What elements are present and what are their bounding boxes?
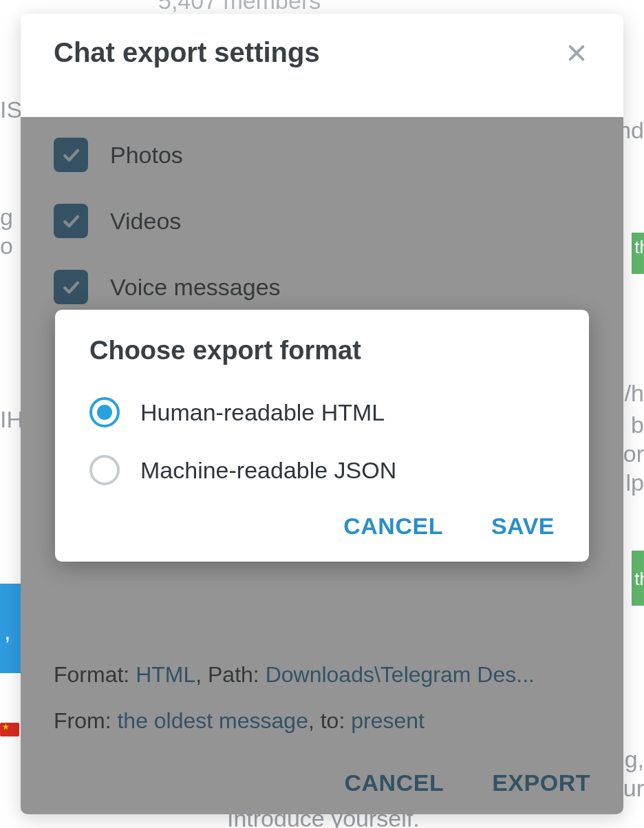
dialog-header: Chat export settings <box>21 14 623 89</box>
bg-frag: ur <box>623 775 644 802</box>
close-icon <box>566 42 588 64</box>
radio-button[interactable] <box>89 397 120 427</box>
bg-frag: g, <box>625 746 644 773</box>
bg-frag: lp <box>626 469 644 496</box>
radio-label: Machine-readable JSON <box>140 457 396 484</box>
bg-frag: o <box>0 233 13 259</box>
bg-frag: b <box>631 412 644 438</box>
radio-label: Human-readable HTML <box>140 399 385 426</box>
bg-frag: or <box>623 440 644 467</box>
bg-green: th <box>632 551 644 606</box>
radio-row-json[interactable]: Machine-readable JSON <box>89 455 555 485</box>
bg-frag: /h <box>625 380 644 407</box>
save-button[interactable]: SAVE <box>491 513 555 540</box>
radio-row-html[interactable]: Human-readable HTML <box>89 397 555 427</box>
inner-dialog-buttons: CANCEL SAVE <box>89 513 555 540</box>
cancel-button[interactable]: CANCEL <box>343 513 443 540</box>
close-button[interactable] <box>563 39 590 67</box>
bg-frag: IH <box>0 406 23 433</box>
dialog-title: Chat export settings <box>54 37 320 68</box>
bg-members: 5,407 members <box>158 0 321 14</box>
choose-export-format-dialog: Choose export format Human-readable HTML… <box>55 310 589 562</box>
flag-icon <box>0 723 19 736</box>
bg-frag: g <box>0 204 13 231</box>
bg-frag: , <box>4 618 10 645</box>
bg-frag: IS <box>0 96 22 123</box>
bg-green: th <box>632 233 644 274</box>
inner-dialog-title: Choose export format <box>89 336 555 365</box>
radio-button[interactable] <box>89 455 120 485</box>
